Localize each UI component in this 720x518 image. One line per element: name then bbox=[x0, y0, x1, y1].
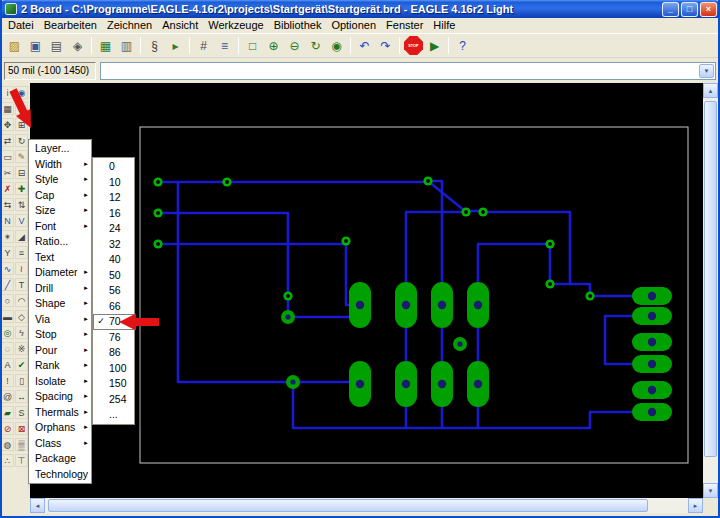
mark-tool-icon[interactable]: ✛ bbox=[15, 102, 28, 115]
context-menu-item-size[interactable]: Size► bbox=[29, 203, 91, 219]
cut-tool-icon[interactable]: ✂ bbox=[1, 166, 14, 179]
open-icon[interactable]: ▨ bbox=[5, 36, 24, 55]
horizontal-scrollbar[interactable]: ◄ ► bbox=[30, 498, 703, 513]
arc-tool-icon[interactable]: ◠ bbox=[15, 294, 28, 307]
optimize-tool-icon[interactable]: ≡ bbox=[15, 246, 28, 259]
width-option-150[interactable]: 150 bbox=[93, 376, 134, 392]
change-tool-icon[interactable]: ✎ bbox=[15, 150, 28, 163]
zoom-in-icon[interactable]: ⊕ bbox=[264, 36, 283, 55]
copper-trace[interactable] bbox=[550, 284, 590, 296]
vertical-scrollbar[interactable]: ▲ ▼ bbox=[703, 83, 718, 498]
zoom-select-icon[interactable]: ◉ bbox=[327, 36, 346, 55]
scroll-down-button[interactable]: ▼ bbox=[703, 483, 718, 498]
close-button[interactable]: × bbox=[700, 2, 717, 17]
menu-werkzeuge[interactable]: Werkzeuge bbox=[203, 18, 268, 33]
command-input[interactable]: ▼ bbox=[100, 62, 716, 80]
add-tool-icon[interactable]: ✚ bbox=[15, 182, 28, 195]
width-option-24[interactable]: 24 bbox=[93, 221, 134, 237]
help-icon[interactable]: ? bbox=[453, 36, 472, 55]
glue-mask-tool-icon[interactable]: ∴ bbox=[1, 454, 14, 467]
width-option-10[interactable]: 10 bbox=[93, 175, 134, 191]
width-option-50[interactable]: 50 bbox=[93, 268, 134, 284]
copper-trace[interactable] bbox=[605, 316, 632, 364]
run-icon[interactable]: ▸ bbox=[166, 36, 185, 55]
width-option-100[interactable]: 100 bbox=[93, 361, 134, 377]
polygon-tool-icon[interactable]: ◇ bbox=[15, 310, 28, 323]
route-tool-icon[interactable]: ∿ bbox=[1, 262, 14, 275]
stop-icon[interactable]: STOP bbox=[404, 36, 423, 55]
text-tool-icon[interactable]: T bbox=[15, 278, 28, 291]
rotate-tool-icon[interactable]: ↻ bbox=[15, 134, 28, 147]
split-tool-icon[interactable]: Y bbox=[1, 246, 14, 259]
menu-bearbeiten[interactable]: Bearbeiten bbox=[39, 18, 102, 33]
ripup-tool-icon[interactable]: ≀ bbox=[15, 262, 28, 275]
group-tool-icon[interactable]: ▭ bbox=[1, 150, 14, 163]
width-option-40[interactable]: 40 bbox=[93, 252, 134, 268]
mirror-tool-icon[interactable]: ⇄ bbox=[1, 134, 14, 147]
signal-tool-icon[interactable]: ϟ bbox=[15, 326, 28, 339]
context-menu-item-technology[interactable]: Technology bbox=[29, 467, 91, 483]
menu-ansicht[interactable]: Ansicht bbox=[157, 18, 203, 33]
scroll-right-button[interactable]: ► bbox=[688, 498, 703, 513]
smash-tool-icon[interactable]: ✴ bbox=[1, 230, 14, 243]
context-menu-item-stop[interactable]: Stop► bbox=[29, 327, 91, 343]
wire-tool-icon[interactable]: ╱ bbox=[1, 278, 14, 291]
context-menu-item-cap[interactable]: Cap► bbox=[29, 188, 91, 204]
menu-hilfe[interactable]: Hilfe bbox=[428, 18, 460, 33]
context-menu-item-font[interactable]: Font► bbox=[29, 219, 91, 235]
context-menu-item-rank[interactable]: Rank► bbox=[29, 358, 91, 374]
scroll-up-button[interactable]: ▲ bbox=[703, 83, 718, 98]
copper-trace[interactable] bbox=[478, 244, 550, 282]
keepout-tool-icon[interactable]: ⊠ bbox=[15, 422, 28, 435]
stop-mask-tool-icon[interactable]: ◍ bbox=[1, 438, 14, 451]
copy-tool-icon[interactable]: ⊞ bbox=[15, 118, 28, 131]
width-option-0[interactable]: 0 bbox=[93, 159, 134, 175]
dimension-tool-icon[interactable]: ↔ bbox=[15, 390, 28, 403]
hole-tool-icon[interactable]: ◌ bbox=[1, 342, 14, 355]
paste-tool-icon[interactable]: ⊟ bbox=[15, 166, 28, 179]
context-menu-item-class[interactable]: Class► bbox=[29, 436, 91, 452]
context-menu-item-pour[interactable]: Pour► bbox=[29, 343, 91, 359]
rect-tool-icon[interactable]: ▬ bbox=[1, 310, 14, 323]
context-menu-item-ratio[interactable]: Ratio... bbox=[29, 234, 91, 250]
context-menu-item-drill[interactable]: Drill► bbox=[29, 281, 91, 297]
menu-fenster[interactable]: Fenster bbox=[381, 18, 428, 33]
context-menu-item-thermals[interactable]: Thermals► bbox=[29, 405, 91, 421]
width-option-12[interactable]: 12 bbox=[93, 190, 134, 206]
display-tool-icon[interactable]: ▦ bbox=[1, 102, 14, 115]
copper-pour-tool-icon[interactable]: ▰ bbox=[1, 406, 14, 419]
context-menu-item-isolate[interactable]: Isolate► bbox=[29, 374, 91, 390]
menu-zeichnen[interactable]: Zeichnen bbox=[102, 18, 157, 33]
save-icon[interactable]: ▣ bbox=[26, 36, 45, 55]
context-menu-item-package[interactable]: Package bbox=[29, 451, 91, 467]
width-option-76[interactable]: 76 bbox=[93, 330, 134, 346]
redo-icon[interactable]: ↷ bbox=[376, 36, 395, 55]
cam-processor-icon[interactable]: ◈ bbox=[68, 36, 87, 55]
lock-tool-icon[interactable]: ▯ bbox=[15, 374, 28, 387]
show-tool-icon[interactable]: ◉ bbox=[15, 86, 28, 99]
meander-tool-icon[interactable]: S bbox=[15, 406, 28, 419]
copper-trace[interactable] bbox=[428, 181, 442, 282]
copper-trace[interactable] bbox=[483, 212, 570, 284]
title-bar[interactable]: 2 Board - C:\Programme\EAGLE-4.16r2\proj… bbox=[0, 0, 720, 18]
go-icon[interactable]: ▶ bbox=[425, 36, 444, 55]
context-menu-item-text[interactable]: Text bbox=[29, 250, 91, 266]
width-option-56[interactable]: 56 bbox=[93, 283, 134, 299]
menu-optionen[interactable]: Optionen bbox=[326, 18, 381, 33]
scroll-left-button[interactable]: ◄ bbox=[30, 498, 45, 513]
zoom-fit-icon[interactable]: □ bbox=[243, 36, 262, 55]
menu-bibliothek[interactable]: Bibliothek bbox=[269, 18, 327, 33]
test-point-tool-icon[interactable]: ⊤ bbox=[15, 454, 28, 467]
width-option-70[interactable]: ✓70 bbox=[93, 314, 134, 330]
width-option-254[interactable]: 254 bbox=[93, 392, 134, 408]
library-icon[interactable]: ▥ bbox=[117, 36, 136, 55]
context-menu-item-layer[interactable]: Layer... bbox=[29, 141, 91, 157]
zoom-out-icon[interactable]: ⊖ bbox=[285, 36, 304, 55]
board-icon[interactable]: ▦ bbox=[96, 36, 115, 55]
script-icon[interactable]: § bbox=[145, 36, 164, 55]
delete-tool-icon[interactable]: ✗ bbox=[1, 182, 14, 195]
info-tool-icon[interactable]: i bbox=[1, 86, 14, 99]
command-dropdown-button[interactable]: ▼ bbox=[699, 64, 714, 78]
auto-router-tool-icon[interactable]: A bbox=[1, 358, 14, 371]
context-menu-item-via[interactable]: Via► bbox=[29, 312, 91, 328]
